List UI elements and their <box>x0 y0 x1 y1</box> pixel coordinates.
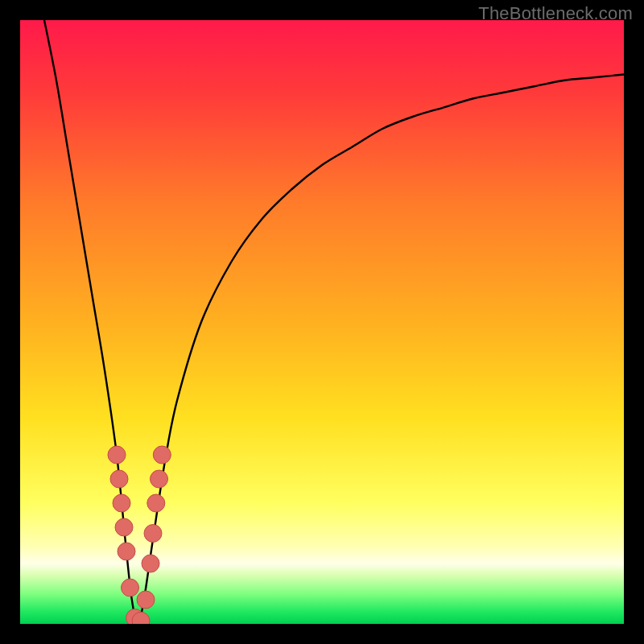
data-marker <box>118 543 135 560</box>
data-marker <box>147 494 165 512</box>
data-marker <box>137 591 155 609</box>
data-marker <box>113 494 130 512</box>
gradient-background <box>20 20 624 624</box>
bottleneck-plot <box>20 20 624 624</box>
data-marker <box>144 525 162 543</box>
chart-frame: TheBottleneck.com <box>0 0 644 644</box>
data-marker <box>108 446 126 464</box>
data-marker <box>115 518 133 536</box>
data-marker <box>151 470 168 488</box>
data-marker <box>153 446 171 464</box>
data-marker <box>110 470 128 488</box>
watermark-text: TheBottleneck.com <box>478 3 633 24</box>
data-marker <box>142 555 159 572</box>
data-marker <box>122 579 139 597</box>
